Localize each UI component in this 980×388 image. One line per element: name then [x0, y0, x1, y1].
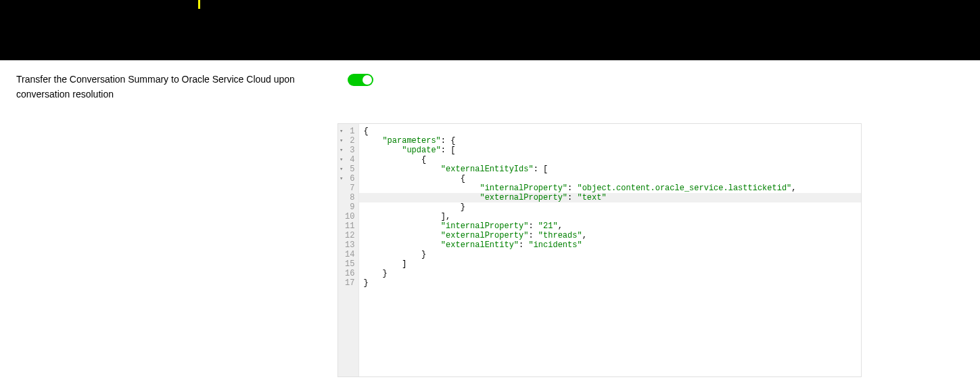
code-line[interactable]: {: [359, 174, 861, 184]
gutter-line: 8: [338, 193, 358, 202]
code-editor[interactable]: ▾1▾2▾3▾4▾5▾67891011121314151617 {"parame…: [337, 123, 862, 377]
code-line[interactable]: "parameters": {: [359, 136, 861, 146]
code-line[interactable]: "externalEntity": "incidents": [359, 240, 861, 250]
content-area: Transfer the Conversation Summary to Ora…: [0, 60, 980, 388]
gutter-line: ▾5: [338, 165, 358, 174]
gutter-line: ▾2: [338, 136, 358, 146]
editor-gutter: ▾1▾2▾3▾4▾5▾67891011121314151617: [338, 124, 359, 376]
code-line[interactable]: {: [359, 155, 861, 165]
code-line[interactable]: "update": [: [359, 146, 861, 155]
setting-row: Transfer the Conversation Summary to Ora…: [16, 72, 964, 102]
fold-marker-icon[interactable]: ▾: [340, 155, 343, 165]
gutter-line: ▾6: [338, 174, 358, 184]
gutter-line: 14: [338, 250, 358, 259]
code-line[interactable]: }: [359, 202, 861, 212]
code-line[interactable]: }: [359, 250, 861, 259]
fold-marker-icon[interactable]: ▾: [340, 146, 343, 155]
gutter-line: 17: [338, 278, 358, 288]
text-cursor-mark: [198, 0, 200, 9]
fold-marker-icon[interactable]: ▾: [340, 165, 343, 174]
gutter-line: 13: [338, 240, 358, 250]
toggle-knob: [363, 75, 372, 85]
fold-marker-icon[interactable]: ▾: [340, 136, 343, 146]
top-bar: [0, 0, 980, 60]
code-line[interactable]: }: [359, 278, 861, 288]
gutter-line: 12: [338, 231, 358, 240]
gutter-line: 9: [338, 202, 358, 212]
code-line[interactable]: ]: [359, 259, 861, 269]
code-line[interactable]: "externalEntityIds": [: [359, 165, 861, 174]
setting-label: Transfer the Conversation Summary to Ora…: [16, 72, 321, 102]
gutter-line: 10: [338, 212, 358, 221]
gutter-line: ▾1: [338, 127, 358, 136]
gutter-line: ▾4: [338, 155, 358, 165]
gutter-line: ▾3: [338, 146, 358, 155]
gutter-line: 7: [338, 184, 358, 193]
code-line[interactable]: }: [359, 269, 861, 278]
fold-marker-icon[interactable]: ▾: [340, 174, 343, 184]
gutter-line: 15: [338, 259, 358, 269]
code-line[interactable]: "externalProperty": "threads",: [359, 231, 861, 240]
code-line[interactable]: "internalProperty": "object.content.orac…: [359, 184, 861, 193]
gutter-line: 11: [338, 221, 358, 231]
transfer-summary-toggle[interactable]: [348, 74, 373, 86]
code-line[interactable]: ],: [359, 212, 861, 221]
fold-marker-icon[interactable]: ▾: [340, 127, 343, 136]
code-line[interactable]: {: [359, 127, 861, 136]
gutter-line: 16: [338, 269, 358, 278]
editor-code-area[interactable]: {"parameters": { "update": [ { "external…: [359, 124, 861, 376]
code-line[interactable]: "internalProperty": "21",: [359, 221, 861, 231]
code-line[interactable]: "externalProperty": "text": [359, 193, 861, 202]
